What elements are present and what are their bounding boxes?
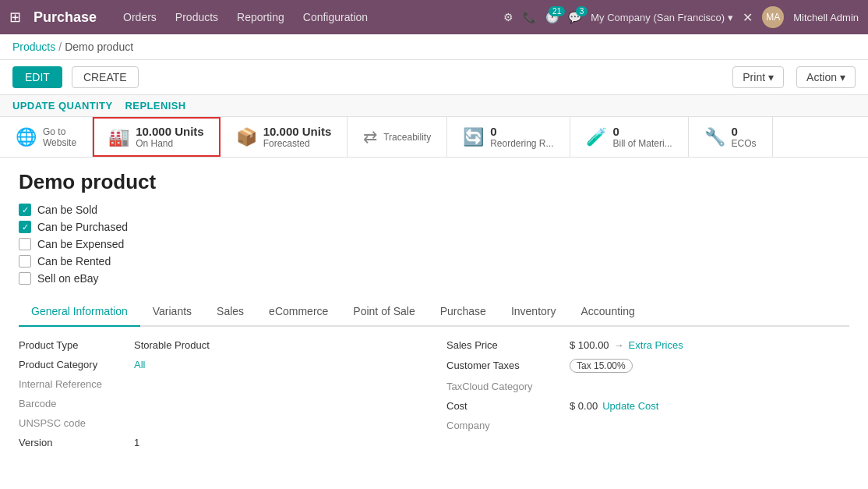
nav-orders[interactable]: Orders	[115, 8, 164, 27]
field-product-category: Product Category All	[19, 359, 422, 370]
checkbox-ebay-box[interactable]	[19, 272, 31, 285]
tab-purchase[interactable]: Purchase	[428, 297, 499, 327]
stat-on-hand[interactable]: 🏭 10.000 Units On Hand	[93, 117, 221, 157]
tabs-bar: General Information Variants Sales eComm…	[19, 297, 849, 327]
nav-configuration[interactable]: Configuration	[295, 8, 376, 27]
field-customer-taxes: Customer Taxes Tax 15.00%	[446, 359, 849, 373]
avatar[interactable]: MA	[762, 6, 784, 28]
taxcloud-label: TaxCloud Category	[446, 381, 563, 392]
settings-icon[interactable]: ⚙	[503, 11, 513, 23]
phone-icon[interactable]: 📞	[523, 11, 536, 23]
company-label: Company	[446, 420, 563, 431]
product-content: Demo product Can be Sold Can be Purchase…	[0, 158, 868, 481]
tab-ecommerce[interactable]: eCommerce	[256, 297, 340, 327]
extra-buttons-bar: UPDATE QUANTITY REPLENISH	[0, 95, 868, 117]
field-cost: Cost $ 0.00 Update Cost	[446, 400, 849, 412]
version-label: Version	[19, 437, 128, 448]
stat-ecos[interactable]: 🔧 0 ECOs	[689, 117, 773, 157]
chat-badge: 3	[576, 6, 588, 16]
checkbox-sell-on-ebay[interactable]: Sell on eBay	[19, 272, 849, 285]
product-category-label: Product Category	[19, 359, 128, 370]
action-bar-right: Print ▾ Action ▾	[732, 66, 856, 88]
close-icon[interactable]: ✕	[743, 10, 753, 25]
checkbox-purchased-label: Can be Purchased	[37, 221, 128, 233]
update-quantity-button[interactable]: UPDATE QUANTITY	[12, 100, 113, 112]
checkbox-list: Can be Sold Can be Purchased Can be Expe…	[19, 204, 849, 285]
stat-bom[interactable]: 🧪 0 Bill of Materi...	[570, 117, 689, 157]
app-title: Purchase	[34, 9, 97, 26]
breadcrumb-separator: /	[58, 41, 62, 53]
nav-products[interactable]: Products	[168, 8, 226, 27]
warehouse-icon: 🏭	[108, 127, 129, 147]
checkbox-expensed-label: Can be Expensed	[37, 238, 124, 250]
nav-reporting[interactable]: Reporting	[229, 8, 292, 27]
action-button[interactable]: Action ▾	[796, 66, 856, 88]
tab-inventory[interactable]: Inventory	[499, 297, 569, 327]
tab-point-of-sale[interactable]: Point of Sale	[340, 297, 427, 327]
nav-links: Orders Products Reporting Configuration	[115, 8, 491, 27]
checkbox-rented-box[interactable]	[19, 255, 31, 268]
sales-price-label: Sales Price	[446, 339, 563, 351]
update-cost-link[interactable]: Update Cost	[602, 400, 658, 412]
app-grid-icon[interactable]: ⊞	[9, 9, 21, 26]
field-sales-price: Sales Price $ 100.00 → Extra Prices	[446, 339, 849, 351]
field-barcode: Barcode	[19, 398, 422, 409]
ecos-icon: 🔧	[704, 127, 725, 147]
tab-sales[interactable]: Sales	[204, 297, 256, 327]
reorder-icon: 🔄	[463, 127, 484, 147]
field-version: Version 1	[19, 437, 422, 448]
arrow-icon: →	[614, 339, 624, 351]
checkbox-can-be-rented[interactable]: Can be Rented	[19, 255, 849, 268]
checkbox-ebay-label: Sell on eBay	[37, 272, 99, 285]
breadcrumb-parent[interactable]: Products	[12, 41, 55, 53]
stat-reordering[interactable]: 🔄 0 Reordering R...	[447, 117, 570, 157]
col-left: Product Type Storable Product Product Ca…	[19, 339, 422, 456]
tax-badge[interactable]: Tax 15.00%	[570, 359, 633, 373]
checkbox-can-be-purchased[interactable]: Can be Purchased	[19, 221, 849, 233]
field-taxcloud-category: TaxCloud Category	[446, 381, 849, 392]
checkbox-can-be-sold[interactable]: Can be Sold	[19, 204, 849, 216]
product-category-value[interactable]: All	[134, 359, 145, 370]
checkbox-can-be-expensed[interactable]: Can be Expensed	[19, 238, 849, 250]
user-name: Mitchell Admin	[793, 12, 859, 23]
stat-forecasted[interactable]: 📦 10.000 Units Forecasted	[221, 117, 348, 157]
globe-icon: 🌐	[16, 127, 37, 147]
breadcrumb: Products / Demo product	[12, 41, 133, 53]
traceability-icon: ⇄	[363, 127, 377, 147]
right-icons-group: ⚙ 📞 🕐 21 💬 3 My Company (San Francisco) …	[503, 6, 859, 28]
breadcrumb-current: Demo product	[65, 41, 133, 53]
cost-value: $ 0.00 Update Cost	[570, 400, 658, 412]
internal-reference-label: Internal Reference	[19, 378, 128, 390]
top-navigation: ⊞ Purchase Orders Products Reporting Con…	[0, 0, 868, 34]
version-value: 1	[134, 437, 139, 448]
field-unspsc-code: UNSPSC code	[19, 417, 422, 429]
tab-content-general: Product Type Storable Product Product Ca…	[19, 327, 849, 469]
company-selector[interactable]: My Company (San Francisco) ▾	[591, 12, 733, 23]
replenish-button[interactable]: REPLENISH	[125, 100, 186, 112]
tab-variants[interactable]: Variants	[140, 297, 204, 327]
extra-prices-link[interactable]: Extra Prices	[629, 339, 683, 351]
print-button[interactable]: Print ▾	[732, 66, 784, 88]
unspsc-label: UNSPSC code	[19, 417, 128, 429]
forecast-icon: 📦	[236, 127, 257, 147]
stat-traceability[interactable]: ⇄ Traceability	[348, 117, 447, 157]
field-product-type: Product Type Storable Product	[19, 339, 422, 351]
chat-icon[interactable]: 💬 3	[568, 11, 581, 23]
create-button[interactable]: CREATE	[72, 66, 139, 88]
checkbox-sold-box[interactable]	[19, 204, 31, 216]
checkbox-expensed-box[interactable]	[19, 238, 31, 250]
checkbox-purchased-box[interactable]	[19, 221, 31, 233]
bom-icon: 🧪	[586, 127, 607, 147]
stat-buttons-bar: 🌐 Go toWebsite 🏭 10.000 Units On Hand 📦 …	[0, 117, 868, 158]
breadcrumb-bar: Products / Demo product	[0, 34, 868, 60]
clock-badge: 21	[549, 6, 565, 16]
field-internal-reference: Internal Reference	[19, 378, 422, 390]
stat-go-to-website[interactable]: 🌐 Go toWebsite	[0, 117, 93, 157]
customer-taxes-label: Customer Taxes	[446, 360, 563, 371]
tab-accounting[interactable]: Accounting	[568, 297, 647, 327]
customer-taxes-value: Tax 15.00%	[570, 359, 633, 373]
clock-icon[interactable]: 🕐 21	[545, 11, 559, 23]
tab-general-information[interactable]: General Information	[19, 297, 140, 327]
action-bar: EDIT CREATE Print ▾ Action ▾	[0, 60, 868, 95]
edit-button[interactable]: EDIT	[12, 66, 62, 88]
